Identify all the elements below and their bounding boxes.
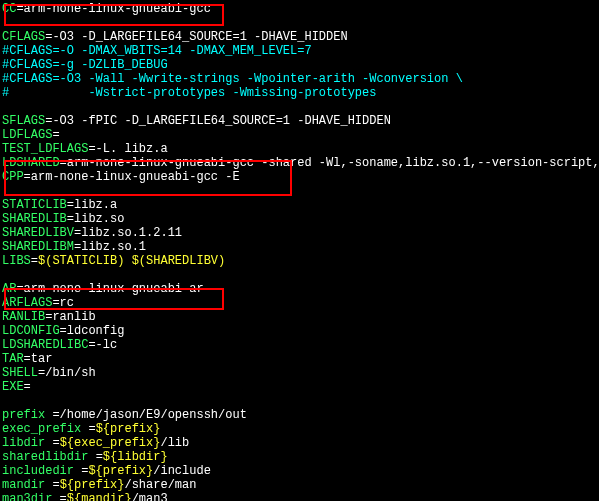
code-line: sharedlibdir =${libdir} <box>2 450 597 464</box>
code-line: TAR=tar <box>2 352 597 366</box>
code-token: =/bin/sh <box>38 366 96 380</box>
code-line: LDFLAGS= <box>2 128 597 142</box>
code-line: includedir =${prefix}/include <box>2 464 597 478</box>
code-line: LIBS=$(STATICLIB) $(SHAREDLIBV) <box>2 254 597 268</box>
code-token: #CFLAGS=-O -DMAX_WBITS=14 -DMAX_MEM_LEVE… <box>2 44 312 58</box>
code-line: libdir =${exec_prefix}/lib <box>2 436 597 450</box>
code-token: exec_prefix <box>2 422 88 436</box>
code-line: #CFLAGS=-O3 -Wall -Wwrite-strings -Wpoin… <box>2 72 597 86</box>
code-token: /include <box>153 464 211 478</box>
code-token: =libz.so.1 <box>74 240 146 254</box>
code-line <box>2 268 597 282</box>
code-token: ${prefix} <box>88 464 153 478</box>
code-token: = <box>31 254 38 268</box>
code-line: EXE= <box>2 380 597 394</box>
code-token: =libz.so.1.2.11 <box>74 226 182 240</box>
code-token: = <box>60 492 67 501</box>
code-token: # -Wstrict-prototypes -Wmissing-prototyp… <box>2 86 376 100</box>
code-token: ${exec_prefix} <box>60 436 161 450</box>
code-line: exec_prefix =${prefix} <box>2 422 597 436</box>
code-token: SFLAGS <box>2 114 45 128</box>
code-token: = <box>24 380 31 394</box>
code-token: #CFLAGS=-O3 -Wall -Wwrite-strings -Wpoin… <box>2 72 463 86</box>
code-token: ${mandir} <box>67 492 132 501</box>
code-token: SHAREDLIBV <box>2 226 74 240</box>
code-line: SFLAGS=-O3 -fPIC -D_LARGEFILE64_SOURCE=1… <box>2 114 597 128</box>
code-line: LDCONFIG=ldconfig <box>2 324 597 338</box>
code-line: RANLIB=ranlib <box>2 310 597 324</box>
code-token <box>124 254 131 268</box>
code-token: =libz.so <box>67 212 125 226</box>
code-token: /lib <box>160 436 189 450</box>
code-token: mandir <box>2 478 52 492</box>
code-line: TEST_LDFLAGS=-L. libz.a <box>2 142 597 156</box>
code-token: RANLIB <box>2 310 45 324</box>
code-token: man3dir <box>2 492 60 501</box>
highlight-box-ar <box>4 288 224 310</box>
code-token: SHELL <box>2 366 38 380</box>
code-token: = <box>96 450 103 464</box>
code-line: SHELL=/bin/sh <box>2 366 597 380</box>
code-token: = <box>52 478 59 492</box>
code-line: #CFLAGS=-g -DZLIB_DEBUG <box>2 58 597 72</box>
code-token: =/home/jason/E9/openssh/out <box>52 408 246 422</box>
code-token: sharedlibdir <box>2 450 96 464</box>
code-line <box>2 394 597 408</box>
code-token: =-lc <box>88 338 117 352</box>
code-token: =libz.a <box>67 198 117 212</box>
code-line: mandir =${prefix}/share/man <box>2 478 597 492</box>
highlight-box-cc <box>4 4 224 26</box>
code-token: $(SHAREDLIBV) <box>132 254 226 268</box>
code-token: = <box>88 422 95 436</box>
code-token: CFLAGS <box>2 30 45 44</box>
code-line: man3dir =${mandir}/man3 <box>2 492 597 501</box>
code-line: SHAREDLIBM=libz.so.1 <box>2 240 597 254</box>
code-lines: CC=arm-none-linux-gnueabi-gcc CFLAGS=-O3… <box>2 2 597 501</box>
code-token: =-L. libz.a <box>88 142 167 156</box>
code-token: =ranlib <box>45 310 95 324</box>
code-token: TAR <box>2 352 24 366</box>
code-token: SHAREDLIB <box>2 212 67 226</box>
code-token: LIBS <box>2 254 31 268</box>
code-token: #CFLAGS=-g -DZLIB_DEBUG <box>2 58 168 72</box>
code-token: LDCONFIG <box>2 324 60 338</box>
code-token: =-O3 -D_LARGEFILE64_SOURCE=1 -DHAVE_HIDD… <box>45 30 347 44</box>
code-token: = <box>52 128 59 142</box>
code-token: =ldconfig <box>60 324 125 338</box>
code-line: SHAREDLIBV=libz.so.1.2.11 <box>2 226 597 240</box>
code-line: #CFLAGS=-O -DMAX_WBITS=14 -DMAX_MEM_LEVE… <box>2 44 597 58</box>
code-token: ${prefix} <box>60 478 125 492</box>
code-line <box>2 100 597 114</box>
code-token: ${libdir} <box>103 450 168 464</box>
code-token: includedir <box>2 464 81 478</box>
code-line: # -Wstrict-prototypes -Wmissing-prototyp… <box>2 86 597 100</box>
code-line: SHAREDLIB=libz.so <box>2 212 597 226</box>
code-token: /share/man <box>124 478 196 492</box>
code-line: LDSHAREDLIBC=-lc <box>2 338 597 352</box>
code-token: SHAREDLIBM <box>2 240 74 254</box>
code-token: libdir <box>2 436 52 450</box>
code-line: prefix =/home/jason/E9/openssh/out <box>2 408 597 422</box>
code-token: /man3 <box>132 492 168 501</box>
code-line: CFLAGS=-O3 -D_LARGEFILE64_SOURCE=1 -DHAV… <box>2 30 597 44</box>
code-token: =tar <box>24 352 53 366</box>
code-token: TEST_LDFLAGS <box>2 142 88 156</box>
code-token: EXE <box>2 380 24 394</box>
code-token: ${prefix} <box>96 422 161 436</box>
code-line: STATICLIB=libz.a <box>2 198 597 212</box>
highlight-box-ldshared-cpp <box>4 160 292 196</box>
code-token: = <box>52 436 59 450</box>
code-token: prefix <box>2 408 52 422</box>
makefile-viewer: CC=arm-none-linux-gnueabi-gcc CFLAGS=-O3… <box>2 2 597 501</box>
code-token: STATICLIB <box>2 198 67 212</box>
code-token: =-O3 -fPIC -D_LARGEFILE64_SOURCE=1 -DHAV… <box>45 114 391 128</box>
code-token: LDSHAREDLIBC <box>2 338 88 352</box>
code-token: LDFLAGS <box>2 128 52 142</box>
code-token: $(STATICLIB) <box>38 254 124 268</box>
